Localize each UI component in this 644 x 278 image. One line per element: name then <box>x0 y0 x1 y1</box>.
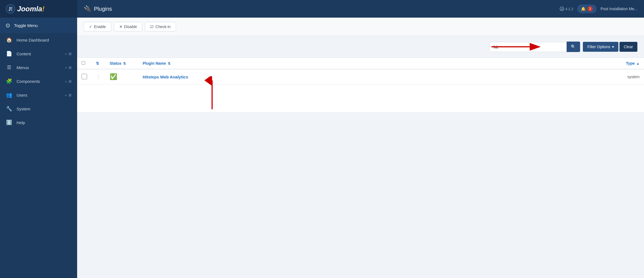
post-install-button[interactable]: Post Installation Me... <box>600 7 637 11</box>
chevron-right-icon: › <box>65 52 66 56</box>
th-plugin-name[interactable]: Plugin Name ⇅ <box>138 58 496 69</box>
sidebar-item-label: Menus <box>17 65 65 70</box>
sidebar-item-label: Help <box>17 120 72 125</box>
filter-options-label: Filter Options <box>587 45 610 49</box>
users-icon: 👥 <box>6 92 13 98</box>
chevron-right-icon: › <box>65 79 66 83</box>
svg-text:J!: J! <box>9 6 13 12</box>
row-status-cell[interactable]: ✅ <box>105 69 138 85</box>
plugin-name-link[interactable]: Hitsteps Web Analytics <box>143 75 188 79</box>
grid-icon: ⊞ <box>69 79 72 83</box>
components-icon: 🧩 <box>6 78 13 84</box>
plugins-icon: 🔌 <box>84 5 91 12</box>
sort-order-icon: ⇅ <box>96 61 99 66</box>
th-select-all[interactable] <box>77 58 91 69</box>
joomla-wordmark: Joomla! <box>17 5 45 13</box>
row-handle-cell[interactable]: ⋮ <box>91 69 105 85</box>
search-button[interactable]: 🔍 <box>567 42 580 52</box>
sidebar-logo: J! Joomla! <box>0 0 77 18</box>
sidebar-item-users[interactable]: 👥 Users › ⊞ <box>0 88 77 102</box>
table-row: ⋮ ✅ Hitsteps Web Analytics system <box>77 69 644 85</box>
sidebar-item-label: Home Dashboard <box>17 38 72 42</box>
clear-label: Clear <box>624 45 633 49</box>
filter-options-button[interactable]: Filter Options ▾ <box>583 42 618 52</box>
plugin-name-column-label: Plugin Name <box>143 61 166 66</box>
plugins-table-container: ⇅ Status ⇅ Plugin Name ⇅ Type ▲ <box>77 58 644 112</box>
sidebar-item-menus[interactable]: ☰ Menus › ⊞ <box>0 61 77 74</box>
chevron-right-icon: › <box>65 66 66 70</box>
page-wrapper: 🔌 Plugins J! 4.1.2 🔔 3 Post Installation… <box>77 0 644 278</box>
topbar-title-area: 🔌 Plugins <box>84 5 112 12</box>
version-text: 4.1.2 <box>565 7 573 11</box>
enable-button[interactable]: ✓ Enable <box>84 22 111 31</box>
topbar-right: J! 4.1.2 🔔 3 Post Installation Me... <box>560 4 637 13</box>
status-column-label: Status <box>110 61 121 66</box>
select-all-checkbox[interactable] <box>82 61 85 65</box>
content-icon: 📄 <box>6 51 13 57</box>
toolbar: ✓ Enable ✕ Disable ☑ Check-in <box>77 18 644 36</box>
sort-icon: ⇅ <box>123 62 126 66</box>
home-icon: 🏠 <box>6 37 13 43</box>
sidebar-nav: 🏠 Home Dashboard 📄 Content › ⊞ ☰ Menus ›… <box>0 33 77 278</box>
row-type-cell: system <box>496 69 644 85</box>
sidebar-item-system[interactable]: 🔧 System <box>0 102 77 116</box>
checkbox-icon: ☑ <box>150 24 154 29</box>
page-title: Plugins <box>94 6 112 12</box>
checkin-button[interactable]: ☑ Check-in <box>145 22 176 31</box>
sidebar-item-label: System <box>17 107 72 111</box>
notifications-button[interactable]: 🔔 3 <box>577 4 597 13</box>
sidebar-item-label: Content <box>17 51 65 56</box>
sidebar-item-content[interactable]: 📄 Content › ⊞ <box>0 47 77 61</box>
grid-icon: ⊞ <box>69 52 72 56</box>
type-column-label: Type <box>626 61 635 66</box>
sidebar-item-home-dashboard[interactable]: 🏠 Home Dashboard <box>0 33 77 47</box>
notifications-count: 3 <box>587 6 593 12</box>
toggle-menu-icon: ⊙ <box>6 22 10 29</box>
menus-icon: ☰ <box>6 64 13 70</box>
chevron-right-icon: › <box>65 93 66 97</box>
plugins-table: ⇅ Status ⇅ Plugin Name ⇅ Type ▲ <box>77 58 644 85</box>
content-area: ✓ Enable ✕ Disable ☑ Check-in <box>77 18 644 278</box>
disable-button[interactable]: ✕ Disable <box>114 22 142 31</box>
drag-handle-icon[interactable]: ⋮ <box>96 74 101 80</box>
clear-button[interactable]: Clear <box>619 42 637 52</box>
grid-icon: ⊞ <box>69 66 72 70</box>
filter-bar: 🔍 Filter Options ▾ Clear <box>77 36 644 58</box>
svg-text:J!: J! <box>561 8 563 10</box>
post-install-label: Post Installation Me... <box>600 7 637 11</box>
row-checkbox[interactable] <box>82 74 87 79</box>
sort-icon: ⇅ <box>168 62 171 66</box>
th-status[interactable]: Status ⇅ <box>105 58 138 69</box>
topbar: 🔌 Plugins J! 4.1.2 🔔 3 Post Installation… <box>77 0 644 18</box>
row-plugin-name-cell: Hitsteps Web Analytics <box>138 69 496 85</box>
status-enabled-icon[interactable]: ✅ <box>110 73 117 80</box>
toggle-menu-button[interactable]: ⊙ Toggle Menu <box>0 18 77 33</box>
th-order[interactable]: ⇅ <box>91 58 105 69</box>
grid-icon: ⊞ <box>69 93 72 97</box>
table-header-row: ⇅ Status ⇅ Plugin Name ⇅ Type ▲ <box>77 58 644 69</box>
check-icon: ✓ <box>89 24 92 29</box>
search-icon: 🔍 <box>571 44 576 49</box>
sidebar: J! Joomla! ⊙ Toggle Menu 🏠 Home Dashboar… <box>0 0 77 278</box>
x-icon: ✕ <box>119 24 123 29</box>
joomla-small-icon: J! <box>560 7 564 11</box>
sidebar-item-label: Users <box>17 93 65 97</box>
joomla-logo: J! Joomla! <box>6 4 45 14</box>
search-input[interactable] <box>489 42 567 52</box>
sort-asc-icon: ▲ <box>636 62 640 66</box>
system-icon: 🔧 <box>6 106 13 112</box>
sidebar-item-components[interactable]: 🧩 Components › ⊞ <box>0 74 77 88</box>
joomla-icon: J! <box>6 4 15 14</box>
chevron-down-icon: ▾ <box>612 45 614 49</box>
help-icon: ℹ️ <box>6 119 13 126</box>
disable-label: Disable <box>124 24 137 29</box>
row-checkbox-cell[interactable] <box>77 69 91 85</box>
sidebar-item-help[interactable]: ℹ️ Help <box>0 116 77 129</box>
plugin-type: system <box>627 75 640 79</box>
bell-icon: 🔔 <box>581 7 586 11</box>
th-type[interactable]: Type ▲ <box>496 58 644 69</box>
version-badge: J! 4.1.2 <box>560 7 573 11</box>
toggle-menu-label: Toggle Menu <box>14 23 38 28</box>
checkin-label: Check-in <box>155 24 171 29</box>
enable-label: Enable <box>94 24 106 29</box>
